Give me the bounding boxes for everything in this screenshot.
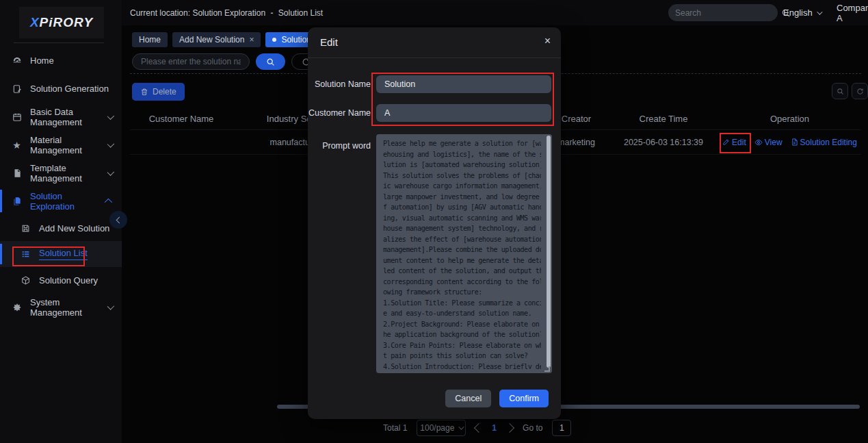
topbar: Current location: Solution Exploration -… <box>122 0 868 25</box>
sidebar-item-label: Basic Data Management <box>30 107 107 127</box>
prev-page-icon[interactable] <box>474 423 484 433</box>
page-size-select[interactable]: 100/page <box>417 420 466 436</box>
view-link[interactable]: View <box>754 138 782 147</box>
sidebar-item-add-new-solution[interactable]: Add New Solution <box>0 215 122 241</box>
cube-icon <box>21 275 31 286</box>
document-pen-icon <box>12 84 22 94</box>
copy-files-icon <box>12 196 22 206</box>
sidebar-item-label: System Management <box>30 297 107 318</box>
sidebar-item-label: Material Management <box>30 135 107 155</box>
dialog-footer: Cancel Confirm <box>308 390 561 407</box>
close-tab-icon[interactable]: × <box>249 35 254 45</box>
breadcrumb-secondary: Solution List <box>278 8 323 18</box>
chevron-down-icon <box>107 303 114 310</box>
textarea-resize-handle[interactable] <box>544 366 550 372</box>
breadcrumb-separator: - <box>270 8 273 18</box>
customer-name-input[interactable] <box>376 104 551 122</box>
goto-page-input[interactable] <box>552 420 571 436</box>
edit-link[interactable]: Edit <box>722 138 746 147</box>
confirm-button[interactable]: Confirm <box>499 390 549 407</box>
sidebar-item-label: Template Management <box>30 163 107 183</box>
brand-logo-text: XPiRORY <box>30 15 93 30</box>
sidebar-item-template-management[interactable]: Template Management <box>0 159 122 187</box>
close-icon[interactable]: × <box>544 36 551 47</box>
tab-add-new-solution[interactable]: Add New Solution × <box>172 32 261 47</box>
file-icon <box>12 168 22 178</box>
sidebar-item-solution-exploration[interactable]: Solution Exploration <box>0 187 122 215</box>
sidebar-item-system-management[interactable]: System Management <box>0 293 122 321</box>
breadcrumb-primary: Solution Exploration <box>192 8 265 18</box>
solution-name-label: Solution Name <box>308 75 371 93</box>
dialog-divider <box>308 58 561 58</box>
table-search-icon-button[interactable] <box>832 83 848 99</box>
document-icon <box>791 138 798 146</box>
sidebar-item-label: Solution Generation <box>30 84 109 94</box>
save-icon <box>21 223 31 233</box>
app-window: XPiRORY Home Solution Generation Basic D… <box>0 0 868 443</box>
table-toolbar: Delete <box>132 83 185 101</box>
sidebar: XPiRORY Home Solution Generation Basic D… <box>0 0 122 443</box>
dialog-title: Edit <box>320 36 338 48</box>
table-refresh-icon-button[interactable] <box>852 83 868 99</box>
active-tab-dot <box>272 38 276 42</box>
sidebar-item-solution-generation[interactable]: Solution Generation <box>0 75 122 103</box>
solution-editing-link[interactable]: Solution Editing <box>791 138 857 147</box>
goto-label: Go to <box>523 423 542 433</box>
brand-logo: XPiRORY <box>19 7 104 38</box>
chevron-down-icon <box>817 9 822 14</box>
chevron-down-icon <box>107 140 114 148</box>
calendar-icon <box>12 112 22 122</box>
sidebar-divider <box>14 42 104 43</box>
sidebar-item-label: Solution Query <box>39 275 98 286</box>
sidebar-item-basic-data-management[interactable]: Basic Data Management <box>0 103 122 131</box>
prompt-word-text: Please help me generate a solution for [… <box>383 138 541 369</box>
sidebar-item-solution-query[interactable]: Solution Query <box>0 267 122 293</box>
cancel-button[interactable]: Cancel <box>445 390 491 407</box>
pencil-icon <box>722 138 730 146</box>
current-page[interactable]: 1 <box>492 423 497 433</box>
search-button[interactable] <box>256 53 285 70</box>
sidebar-item-label: Home <box>30 55 54 66</box>
cell-create-time: 2025-06-03 16:13:39 <box>609 138 718 147</box>
pagination: Total 1 100/page 1 Go to <box>383 420 571 436</box>
chevron-down-icon <box>459 424 464 429</box>
star-icon: ★ <box>12 140 22 150</box>
delete-button[interactable]: Delete <box>132 83 185 101</box>
col-header-create-time: Create Time <box>609 114 718 124</box>
col-header-customer-name: Customer Name <box>130 114 233 124</box>
chevron-left-icon <box>116 216 123 223</box>
list-icon <box>21 249 31 260</box>
sidebar-item-solution-list[interactable]: Solution List <box>0 241 122 267</box>
filter-row <box>132 53 321 70</box>
breadcrumb: Current location: Solution Exploration -… <box>130 8 323 18</box>
cell-operation: Edit View Solution Editing <box>718 138 861 147</box>
sidebar-item-label: Solution List <box>39 248 88 260</box>
table-tools <box>832 83 868 99</box>
global-search-input[interactable] <box>675 8 781 18</box>
sidebar-item-label: Add New Solution <box>39 223 109 233</box>
solution-name-input[interactable] <box>376 75 551 93</box>
company-name: Company A <box>837 0 868 25</box>
eye-icon <box>754 138 763 147</box>
prompt-word-label: Prompt word <box>308 137 371 155</box>
language-selector[interactable]: English <box>783 0 821 25</box>
sidebar-collapse-button[interactable] <box>109 211 127 229</box>
edit-dialog: Edit × Solution Name Customer Name Promp… <box>308 27 561 419</box>
prompt-word-textarea[interactable]: Please help me generate a solution for [… <box>376 134 552 373</box>
sidebar-item-label: Solution Exploration <box>30 191 107 212</box>
gear-icon <box>12 302 22 312</box>
dashboard-icon <box>12 55 22 66</box>
customer-name-label: Customer Name <box>308 104 371 122</box>
tab-home[interactable]: Home <box>132 32 168 47</box>
textarea-scrollbar[interactable] <box>547 136 551 368</box>
sidebar-item-home[interactable]: Home <box>0 47 122 75</box>
global-search <box>668 4 778 21</box>
col-header-operation: Operation <box>718 114 861 124</box>
pagination-total: Total 1 <box>383 423 407 433</box>
chevron-down-icon <box>107 168 115 176</box>
sidebar-item-material-management[interactable]: ★ Material Management <box>0 131 122 159</box>
next-page-icon[interactable] <box>505 423 514 433</box>
solution-name-filter-input[interactable] <box>132 53 250 70</box>
chevron-down-icon <box>107 112 114 119</box>
sidebar-nav: Home Solution Generation Basic Data Mana… <box>0 47 122 321</box>
